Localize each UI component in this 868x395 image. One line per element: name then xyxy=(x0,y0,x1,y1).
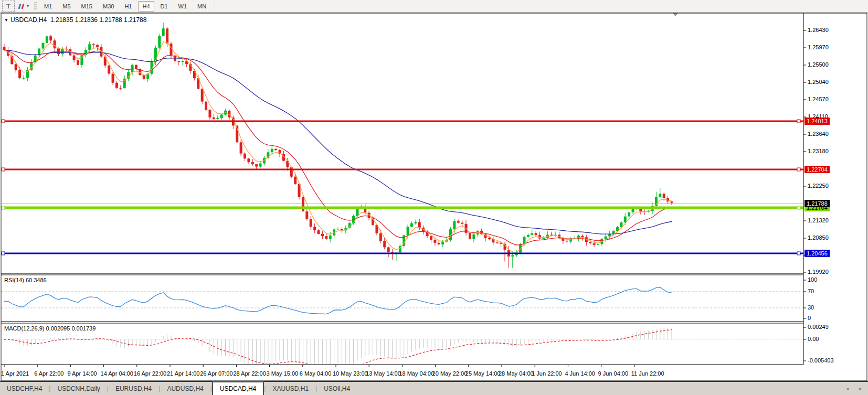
candle-body xyxy=(313,227,316,230)
date-axis-label: 14 Apr 04:00 xyxy=(101,370,133,377)
tab-usdcad-h4[interactable]: USDCAD,H4 xyxy=(212,381,264,395)
candle-body xyxy=(488,238,491,239)
hline-handle[interactable] xyxy=(2,168,5,171)
candle-body xyxy=(535,233,537,235)
date-axis-label: 13 May 14:00 xyxy=(366,370,401,377)
candle-body xyxy=(383,241,386,248)
candle-body xyxy=(294,177,297,184)
candle-body xyxy=(527,235,530,237)
rsi-line xyxy=(4,287,672,314)
candle-body xyxy=(414,222,417,223)
rsi-panel[interactable] xyxy=(4,287,672,314)
date-axis-label: 6 Apr 22:00 xyxy=(34,370,63,377)
macd-indicator-label: MACD(12,26,9) 0.002095 0.001739 xyxy=(4,325,96,332)
price-tick-label: 1.25970 xyxy=(808,44,829,50)
candle-body xyxy=(112,74,114,83)
hline-handle[interactable] xyxy=(2,252,5,255)
candle-body xyxy=(96,45,99,47)
candle-body xyxy=(581,236,584,237)
candle-body xyxy=(566,241,568,242)
candle-body xyxy=(310,219,312,227)
candle-body xyxy=(18,70,21,78)
tab-usdcnh-daily[interactable]: USDCNH,Daily xyxy=(50,382,107,395)
candle-body xyxy=(511,255,514,257)
chart-window-border xyxy=(1,13,867,381)
symbol-tab-bar: USDCHF,H4|USDCNH,Daily|EURUSD,H4|AUDUSD,… xyxy=(0,381,868,395)
candle-body xyxy=(302,197,304,211)
hline-handle[interactable] xyxy=(797,120,800,123)
candle-body xyxy=(216,118,219,119)
rsi-tick-label: 100 xyxy=(808,276,817,283)
rsi-tick-label: 30 xyxy=(808,304,814,311)
candle-body xyxy=(162,28,165,36)
candle-body xyxy=(41,43,44,49)
hline-handle[interactable] xyxy=(797,206,800,209)
date-axis-label: 18 May 04:00 xyxy=(399,370,434,377)
tab-scroll-controls: ◄ ► xyxy=(845,382,863,395)
date-axis-label: 28 May 04:00 xyxy=(499,370,534,377)
price-tick-label: 1.24570 xyxy=(808,96,829,102)
price-level-badge-1.24013: 1.24013 xyxy=(805,118,830,125)
candle-body xyxy=(317,230,320,234)
candle-body xyxy=(22,78,25,79)
candle-body xyxy=(593,243,596,245)
tab-usoil-h4[interactable]: USOil,H4 xyxy=(317,382,357,395)
price-tick-label: 1.26430 xyxy=(808,27,829,33)
chart-symbol-period: USDCAD,H4 xyxy=(10,16,47,24)
candle-body xyxy=(453,221,456,230)
tabs-holder: USDCHF,H4|USDCNH,Daily|EURUSD,H4|AUDUSD,… xyxy=(0,382,357,395)
date-axis-label: 9 Apr 14:00 xyxy=(67,370,97,377)
date-axis-label: 4 Jun 14:00 xyxy=(565,370,595,377)
candle-body xyxy=(274,149,277,150)
hline-handle[interactable] xyxy=(2,120,5,123)
candle-body xyxy=(321,234,324,236)
tab-scroll-right-icon[interactable]: ► xyxy=(858,386,863,391)
tab-scroll-left-icon[interactable]: ◄ xyxy=(845,386,850,391)
ma-mid-line xyxy=(4,50,672,245)
candle-body xyxy=(213,118,215,119)
date-axis-label: 3 May 15:00 xyxy=(267,370,299,377)
date-axis-label: 1 Apr 2021 xyxy=(1,370,29,377)
macd-tick-label: -0.005403 xyxy=(808,357,834,364)
candle-body xyxy=(77,60,79,65)
date-axis-label: 20 May 22:00 xyxy=(432,370,468,377)
tab-xauusd-h1[interactable]: XAUUSD,H1 xyxy=(266,382,315,395)
collapse-triangle-icon[interactable]: ▼ xyxy=(4,18,8,23)
candle-body xyxy=(671,201,673,202)
candle-body xyxy=(589,242,591,243)
tab-audusd-h4[interactable]: AUDUSD,H4 xyxy=(160,382,210,395)
candle-body xyxy=(3,47,6,50)
date-axis-label: 1 Jun 22:00 xyxy=(532,370,562,377)
candle-body xyxy=(154,48,157,62)
hline-handle[interactable] xyxy=(2,206,5,209)
candle-body xyxy=(433,240,436,243)
candle-body xyxy=(244,154,246,159)
candle-body xyxy=(550,234,553,235)
chart-canvas[interactable] xyxy=(0,0,868,395)
chart-title: ▼USDCAD,H4 1.21835 1.21836 1.21788 1.217… xyxy=(4,16,146,24)
price-tick-label: 1.22250 xyxy=(808,183,829,189)
date-axis-label: 28 Apr 22:00 xyxy=(233,370,266,377)
candle-body xyxy=(15,64,17,70)
price-tick-label: 1.23180 xyxy=(808,148,829,154)
tab-usdchf-h4[interactable]: USDCHF,H4 xyxy=(0,382,49,395)
current-price-badge: 1.21788 xyxy=(805,200,830,207)
rsi-tick-label: 0 xyxy=(808,315,811,321)
candle-body xyxy=(177,61,180,62)
candle-body xyxy=(201,89,204,102)
tab-eurusd-h4[interactable]: EURUSD,H4 xyxy=(109,382,158,395)
ma-fast-line xyxy=(4,42,672,252)
candle-body xyxy=(659,194,661,197)
candle-body xyxy=(255,164,258,166)
candle-body xyxy=(496,242,499,243)
candle-body xyxy=(387,247,390,252)
candle-body xyxy=(418,222,421,227)
price-tick-label: 1.21320 xyxy=(808,217,829,223)
rsi-indicator-label: RSI(14) 60.3486 xyxy=(4,277,47,283)
main-chart-area[interactable] xyxy=(1,23,803,268)
candle-body xyxy=(624,217,627,222)
hline-handle[interactable] xyxy=(797,252,800,255)
hline-handle[interactable] xyxy=(797,168,800,171)
price-level-badge-1.22704: 1.22704 xyxy=(805,166,830,173)
date-axis-label: 10 May 23:00 xyxy=(333,370,368,377)
